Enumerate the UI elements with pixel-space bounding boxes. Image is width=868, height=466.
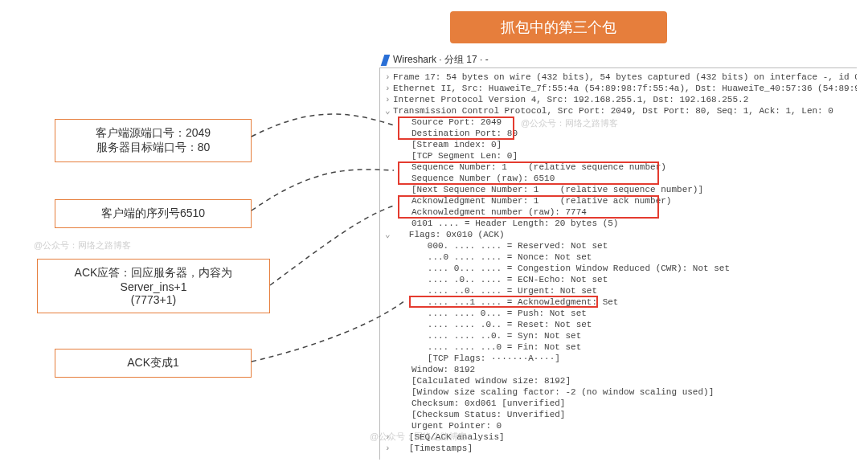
tree-toggle-icon[interactable]: ›	[385, 431, 393, 443]
packet-line: [TCP Segment Len: 0]	[385, 150, 857, 161]
pl-f-syn: .... .... ..0. = Syn: Not set	[395, 331, 581, 341]
connector-1	[252, 114, 394, 137]
pl-frame: Frame 17: 54 bytes on wire (432 bits), 5…	[393, 72, 857, 82]
annotation-ackflag-text: ACK变成1	[68, 356, 238, 370]
tree-toggle-icon[interactable]: ›	[385, 83, 393, 94]
pl-window: Window: 8192	[395, 365, 475, 374]
pl-seglen: [TCP Segment Len: 0]	[395, 151, 518, 161]
packet-line: [TCP Flags: ·······A····]	[385, 353, 857, 364]
pl-ackraw: Acknowledgment number (raw): 7774	[395, 207, 587, 217]
annotation-ack: ACK应答：回应服务器，内容为 Server_ins+1 (7773+1)	[37, 259, 270, 313]
tree-toggle-icon[interactable]: ›	[385, 94, 393, 105]
packet-line: ⌄Transmission Control Protocol, Src Port…	[385, 105, 857, 117]
annotation-ports: 客户端源端口号：2049 服务器目标端口号：80	[55, 119, 252, 162]
packet-line: Sequence Number (raw): 6510	[385, 173, 857, 184]
pl-dstport: Destination Port: 80	[395, 129, 518, 138]
packet-line: [Window size scaling factor: -2 (no wind…	[385, 386, 857, 398]
pl-winscale: [Window size scaling factor: -2 (no wind…	[395, 387, 714, 397]
packet-line: ›Frame 17: 54 bytes on wire (432 bits), …	[385, 72, 857, 83]
packet-line: 0101 .... = Header Length: 20 bytes (5)	[385, 218, 857, 229]
packet-line: Destination Port: 80	[385, 128, 857, 139]
packet-line: Window: 8192	[385, 364, 857, 375]
packet-line: .... .... ...0 = Fin: Not set	[385, 341, 857, 353]
packet-line: ⌄ Flags: 0x010 (ACK)	[385, 229, 857, 240]
pl-f-ack: .... ...1 .... = Acknowledgment: Set	[395, 297, 618, 307]
pl-flags: Flags: 0x010 (ACK)	[393, 230, 505, 239]
packet-line: [Checksum Status: Unverified]	[385, 409, 857, 420]
wireshark-fin-icon	[381, 55, 391, 66]
packet-line: Acknowledgment number (raw): 7774	[385, 206, 857, 218]
pl-f-urg: .... ..0. .... = Urgent: Not set	[395, 286, 597, 296]
tree-toggle-icon[interactable]: ⌄	[385, 105, 393, 117]
tree-toggle-icon[interactable]: ›	[385, 72, 393, 83]
packet-line: .... .... .0.. = Reset: Not set	[385, 319, 857, 330]
annotation-ack-l3: (7773+1)	[51, 293, 256, 306]
packet-line: .... .... 0... = Push: Not set	[385, 308, 857, 319]
pl-urgptr: Urgent Pointer: 0	[395, 421, 502, 431]
connector-2	[252, 170, 394, 211]
pl-srcport: Source Port: 2049	[395, 117, 502, 127]
pl-f-fin: .... .... ...0 = Fin: Not set	[395, 342, 581, 352]
packet-detail-panel: ›Frame 17: 54 bytes on wire (432 bits), …	[379, 67, 857, 460]
packet-line: ...0 .... .... = Nonce: Not set	[385, 251, 857, 263]
pl-ts: [Timestamps]	[393, 444, 473, 453]
pl-calcwin: [Calculated window size: 8192]	[395, 376, 571, 386]
packet-line: .... .0.. .... = ECN-Echo: Not set	[385, 274, 857, 285]
connector-3	[270, 206, 394, 285]
pl-tcp: Transmission Control Protocol, Src Port:…	[393, 106, 833, 116]
pl-f-ecn: .... .0.. .... = ECN-Echo: Not set	[395, 275, 608, 284]
packet-line: .... 0... .... = Congestion Window Reduc…	[385, 263, 857, 274]
packet-line: .... ..0. .... = Urgent: Not set	[385, 285, 857, 296]
watermark: @公众号：网络之路博客	[34, 239, 131, 251]
packet-line: Acknowledgment Number: 1 (relative ack n…	[385, 195, 857, 206]
pl-ip: Internet Protocol Version 4, Src: 192.16…	[393, 95, 748, 104]
annotation-ports-l1: 客户端源端口号：2049	[68, 126, 238, 141]
pl-nextseq: [Next Sequence Number: 1 (relative seque…	[395, 185, 703, 194]
pl-seqack: [SEQ/ACK analysis]	[393, 432, 505, 442]
annotation-seq-text: 客户端的序列号6510	[68, 206, 238, 221]
pl-cksum: Checksum: 0xd061 [unverified]	[395, 399, 565, 408]
packet-line: 000. .... .... = Reserved: Not set	[385, 240, 857, 251]
pl-f-rst: .... .... .0.. = Reset: Not set	[395, 320, 592, 329]
pl-stream: [Stream index: 0]	[395, 140, 502, 149]
packet-line: .... ...1 .... = Acknowledgment: Set	[385, 296, 857, 308]
packet-line: ›Internet Protocol Version 4, Src: 192.1…	[385, 94, 857, 105]
pl-seqraw: Sequence Number (raw): 6510	[395, 174, 555, 183]
packet-line: Checksum: 0xd061 [unverified]	[385, 398, 857, 409]
pl-f-cwr: .... 0... .... = Congestion Window Reduc…	[395, 264, 730, 273]
packet-line: Urgent Pointer: 0	[385, 420, 857, 431]
annotation-ackflag: ACK变成1	[55, 349, 252, 378]
pl-ckstatus: [Checksum Status: Unverified]	[395, 410, 565, 419]
packet-line: ›Ethernet II, Src: HuaweiTe_7f:55:4a (54…	[385, 83, 857, 94]
tree-toggle-icon[interactable]: ›	[385, 443, 393, 454]
packet-line: [Next Sequence Number: 1 (relative seque…	[385, 184, 857, 195]
packet-line: Sequence Number: 1 (relative sequence nu…	[385, 161, 857, 173]
pl-ack: Acknowledgment Number: 1 (relative ack n…	[395, 196, 671, 206]
annotation-ack-l1: ACK应答：回应服务器，内容为	[51, 266, 256, 280]
packet-line: › [Timestamps]	[385, 443, 857, 454]
packet-line: .... .... ..0. = Syn: Not set	[385, 330, 857, 341]
packet-line: Source Port: 2049	[385, 117, 857, 128]
packet-line: [Stream index: 0]	[385, 139, 857, 150]
pl-f-nonce: ...0 .... .... = Nonce: Not set	[395, 252, 592, 262]
wireshark-title-text: Wireshark · 分组 17 · -	[393, 53, 489, 67]
pl-f-reserved: 000. .... .... = Reserved: Not set	[395, 241, 608, 251]
pl-seq: Sequence Number: 1 (relative sequence nu…	[395, 162, 666, 172]
annotation-seq: 客户端的序列号6510	[55, 199, 252, 228]
annotation-ack-l2: Server_ins+1	[51, 280, 256, 293]
packet-line: [Calculated window size: 8192]	[385, 375, 857, 386]
annotation-ports-l2: 服务器目标端口号：80	[68, 141, 238, 155]
tree-toggle-icon[interactable]: ⌄	[385, 229, 393, 240]
pl-f-psh: .... .... 0... = Push: Not set	[395, 309, 587, 318]
packet-line: › [SEQ/ACK analysis]	[385, 431, 857, 443]
pl-hdrlen: 0101 .... = Header Length: 20 bytes (5)	[395, 219, 618, 228]
pl-eth: Ethernet II, Src: HuaweiTe_7f:55:4a (54:…	[393, 84, 857, 93]
wireshark-window-title: Wireshark · 分组 17 · -	[383, 53, 489, 67]
title-badge: 抓包中的第三个包	[450, 11, 667, 43]
pl-f-tcpflags: [TCP Flags: ·······A····]	[395, 354, 560, 363]
